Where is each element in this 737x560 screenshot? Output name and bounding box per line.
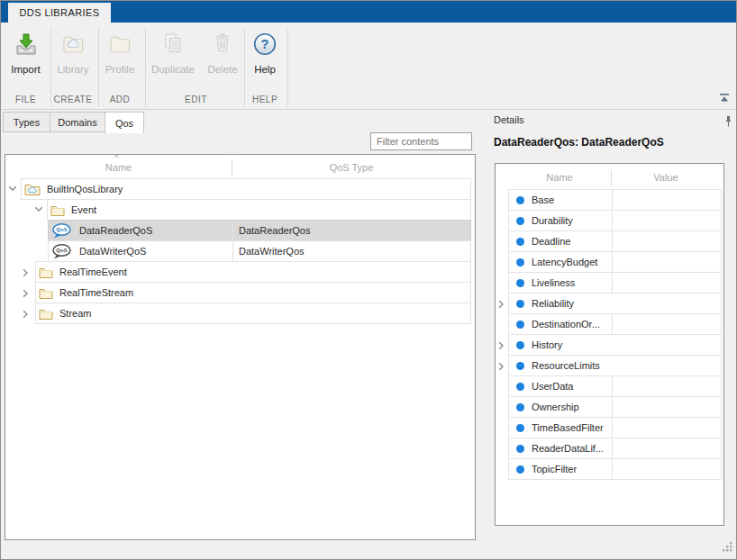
help-button[interactable]: ? Help xyxy=(245,28,285,93)
property-dot-icon xyxy=(516,321,524,329)
help-icon: ? xyxy=(252,28,278,60)
tree-column-name[interactable]: Name xyxy=(5,162,232,173)
library-button-label: Library xyxy=(57,64,88,75)
toolstrip-tab-bar: DDS LIBRARIES xyxy=(1,1,736,23)
tree-row-realtimestream[interactable]: RealTimeStream xyxy=(5,282,475,303)
column-divider xyxy=(612,438,613,458)
svg-text:?: ? xyxy=(261,37,269,51)
tree-column-qos-type[interactable]: QoS Type xyxy=(232,162,471,173)
collapse-toolstrip-icon xyxy=(718,93,731,104)
details-property-panel: Name Value BaseDurabilityDeadlineLatency… xyxy=(495,163,724,526)
tree-row-datareaderqos[interactable]: QoSDataReaderQoSDataReaderQos xyxy=(5,220,475,241)
details-row-liveliness[interactable]: Liveliness xyxy=(496,272,723,294)
library-button[interactable]: Library xyxy=(53,28,93,93)
details-heading: DataReaderQos: DataReaderQoS xyxy=(494,136,664,149)
details-row-destinationor[interactable]: DestinationOr... xyxy=(496,313,723,335)
section-divider xyxy=(287,28,288,107)
svg-text:QoS: QoS xyxy=(56,248,67,253)
collapse-toolstrip-button[interactable] xyxy=(716,92,732,104)
svg-text:QoS: QoS xyxy=(56,227,67,232)
qos-type-value: DataWriterQos xyxy=(239,246,305,257)
section-label-help: HELP xyxy=(245,95,285,104)
details-row-history[interactable]: History xyxy=(496,334,723,356)
details-row-latencybudget[interactable]: LatencyBudget xyxy=(496,251,723,273)
chevron-down-icon[interactable] xyxy=(34,206,45,212)
filter-input[interactable] xyxy=(370,132,472,150)
import-button[interactable]: Import xyxy=(6,28,45,93)
duplicate-button-label: Duplicate xyxy=(151,64,195,75)
profile-button[interactable]: Profile xyxy=(100,28,140,93)
property-dot-icon xyxy=(516,341,524,349)
resize-grip[interactable] xyxy=(722,539,732,555)
pin-icon xyxy=(724,115,732,128)
details-row-topicfilter[interactable]: TopicFilter xyxy=(496,458,723,480)
details-rows: BaseDurabilityDeadlineLatencyBudgetLivel… xyxy=(496,189,723,525)
delete-button[interactable]: Delete xyxy=(200,28,245,93)
tab-qos[interactable]: Qos xyxy=(105,112,144,133)
column-divider xyxy=(612,190,613,210)
property-name: TimeBasedFilter xyxy=(532,422,604,433)
ribbon-toolbar: Import Library Profile xyxy=(1,23,736,110)
chevron-right-icon[interactable] xyxy=(498,341,505,350)
section-divider xyxy=(145,28,146,107)
chevron-right-icon[interactable] xyxy=(23,268,33,277)
delete-icon xyxy=(210,28,235,60)
property-name: LatencyBudget xyxy=(532,257,597,267)
column-divider xyxy=(232,221,233,240)
column-divider xyxy=(612,397,613,417)
details-row-timebasedfilter[interactable]: TimeBasedFilter xyxy=(496,417,723,438)
tab-domains[interactable]: Domains xyxy=(50,112,105,132)
property-dot-icon xyxy=(516,300,524,308)
property-dot-icon xyxy=(516,465,524,474)
chevron-down-icon[interactable] xyxy=(8,185,19,192)
tab-dds-libraries[interactable]: DDS LIBRARIES xyxy=(8,3,111,23)
tree-row-datawriterqos[interactable]: QoSDataWriterQoSDataWriterQos xyxy=(5,240,475,262)
details-row-readerdatalif[interactable]: ReaderDataLif... xyxy=(496,438,723,459)
details-column-name: Name xyxy=(508,172,611,183)
details-row-durability[interactable]: Durability xyxy=(496,210,723,231)
property-dot-icon xyxy=(516,258,524,266)
pin-details-button[interactable] xyxy=(722,114,734,129)
property-name: Liveliness xyxy=(532,277,575,288)
property-name: UserData xyxy=(532,381,573,392)
column-divider xyxy=(612,314,613,334)
details-row-deadline[interactable]: Deadline xyxy=(496,230,723,252)
qos-writer-icon: QoS xyxy=(51,244,73,259)
property-name: ReaderDataLif... xyxy=(532,443,604,454)
column-divider xyxy=(612,459,613,479)
chevron-right-icon[interactable] xyxy=(23,289,33,298)
import-icon xyxy=(14,28,39,60)
tree-row-builtinqoslibrary[interactable]: BuiltInQosLibrary xyxy=(5,178,475,200)
import-button-label: Import xyxy=(11,64,41,75)
folder-icon xyxy=(39,287,53,299)
profile-icon xyxy=(107,28,132,60)
column-divider xyxy=(232,159,232,177)
details-row-base[interactable]: Base xyxy=(496,189,723,211)
tree-rows: BuiltInQosLibraryEventQoSDataReaderQoSDa… xyxy=(5,178,475,539)
column-divider xyxy=(611,170,612,186)
details-row-userdata[interactable]: UserData xyxy=(496,375,723,397)
chevron-right-icon[interactable] xyxy=(23,310,33,319)
details-row-resourcelimits[interactable]: ResourceLimits xyxy=(496,355,723,376)
help-button-label: Help xyxy=(254,64,276,75)
property-dot-icon xyxy=(516,383,524,391)
section-divider xyxy=(98,28,99,107)
property-dot-icon xyxy=(516,424,524,432)
column-divider xyxy=(612,211,613,230)
tree-row-stream[interactable]: Stream xyxy=(5,303,475,324)
details-row-ownership[interactable]: Ownership xyxy=(496,396,723,418)
chevron-right-icon[interactable] xyxy=(498,362,505,371)
property-name: DestinationOr... xyxy=(532,319,600,330)
tree-row-event[interactable]: Event xyxy=(5,199,475,221)
tree-row-realtimeevent[interactable]: RealTimeEvent xyxy=(5,261,475,283)
details-row-reliability[interactable]: Reliability xyxy=(496,293,723,314)
resize-grip-icon xyxy=(722,541,732,552)
property-dot-icon xyxy=(516,238,524,246)
column-divider xyxy=(612,273,613,293)
qos-reader-icon: QoS xyxy=(51,223,73,239)
tab-types[interactable]: Types xyxy=(3,112,50,132)
chevron-right-icon[interactable] xyxy=(498,300,505,309)
duplicate-button[interactable]: Duplicate xyxy=(147,28,199,93)
column-divider xyxy=(612,418,613,438)
section-label-edit: EDIT xyxy=(147,95,245,104)
